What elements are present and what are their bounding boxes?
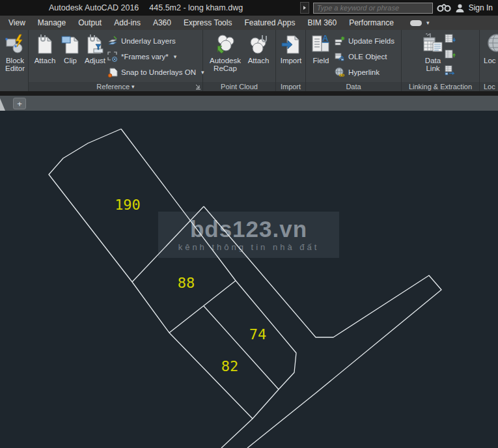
attach-button[interactable]: Attach [31, 32, 59, 64]
tab-manage[interactable]: Manage [38, 18, 66, 27]
tab-performance[interactable]: Performance [349, 18, 394, 27]
svg-text:A: A [322, 33, 329, 43]
ribbon-pill-icon [410, 20, 422, 26]
parcel-area-label[interactable]: 82 [221, 358, 239, 374]
extract-data-icon[interactable] [445, 34, 456, 44]
drawing-canvas[interactable]: bds123.vn kênh thông tin nhà đất 1908874… [0, 111, 498, 448]
point-cloud-attach-label: Attach [248, 57, 270, 64]
sign-in-button[interactable]: Sign In [469, 3, 493, 12]
import-panel-title[interactable]: Import [276, 82, 305, 91]
hyperlink-button[interactable]: Hyperlink [335, 66, 380, 77]
field-label: Field [313, 57, 329, 64]
adjust-label: Adjust [85, 57, 105, 64]
tab-bim-360[interactable]: BIM 360 [307, 18, 337, 27]
point-cloud-attach-button[interactable]: Attach [245, 32, 272, 64]
window-title: Autodesk AutoCAD 2016 445.5m2 - long kha… [49, 0, 243, 16]
block-editor-icon [4, 32, 26, 57]
app-name: Autodesk AutoCAD 2016 [49, 3, 139, 12]
title-bar: Autodesk AutoCAD 2016 445.5m2 - long kha… [0, 0, 498, 16]
update-extraction-icon[interactable] [445, 49, 456, 60]
ribbon-display-toggle[interactable] [410, 20, 430, 26]
parcel-area-label[interactable]: 88 [178, 275, 195, 291]
reference-panel-title[interactable]: Reference [29, 82, 202, 91]
frames-vary-button[interactable]: *Frames vary* [107, 51, 176, 62]
reference-panel-launcher[interactable] [195, 84, 201, 90]
data-link-label-2: Link [426, 64, 439, 72]
attach-page-icon [35, 32, 55, 57]
panel-data: A Field Update Fields OLE Object [306, 30, 402, 91]
frames-vary-label: *Frames vary* [121, 53, 169, 61]
panel-block-editor: Block Editor [0, 30, 29, 91]
parcel-boundary-left[interactable] [49, 129, 253, 419]
autodesk-recap-button[interactable]: Autodesk ReCap [207, 32, 243, 72]
hyperlink-label: Hyperlink [348, 68, 380, 76]
search-binoculars-icon[interactable] [437, 3, 451, 12]
recap-label-2: ReCap [214, 64, 237, 72]
document-name: 445.5m2 - long kham.dwg [149, 3, 243, 12]
new-drawing-tab-button[interactable]: + [13, 98, 26, 109]
underlay-layers-icon [107, 36, 118, 46]
adjust-button[interactable]: Adjust [82, 32, 108, 64]
ribbon-tab-row: View Manage Output Add-ins A360 Express … [0, 16, 498, 30]
field-button[interactable]: A Field [309, 32, 333, 64]
tab-output[interactable]: Output [78, 18, 102, 27]
data-link-label-1: Data [425, 57, 441, 64]
tab-view[interactable]: View [8, 18, 25, 27]
set-location-label: Loc [484, 57, 496, 64]
clip-button[interactable]: Clip [60, 32, 81, 64]
drawing-svg: 190887482 [0, 111, 498, 448]
panel-linking-extraction: Data Link Linking & Extraction [402, 30, 480, 91]
snap-underlays-icon [107, 67, 118, 77]
import-icon [281, 32, 301, 57]
data-link-button[interactable]: Data Link [417, 32, 449, 72]
update-fields-icon [335, 36, 345, 46]
file-tab-partial[interactable] [0, 98, 5, 111]
user-icon[interactable] [455, 3, 465, 13]
update-fields-button[interactable]: Update Fields [335, 35, 394, 46]
panel-location: Loc Loc [480, 30, 498, 91]
help-search-input[interactable] [313, 3, 433, 14]
ole-object-label: OLE Object [348, 53, 387, 61]
recap-cloud-icon [215, 32, 236, 57]
underlay-layers-button[interactable]: Underlay Layers [107, 35, 176, 46]
update-fields-label: Update Fields [348, 37, 394, 45]
ole-object-button[interactable]: OLE Object [335, 51, 387, 62]
frames-vary-icon [107, 51, 118, 62]
tab-express-tools[interactable]: Express Tools [184, 18, 232, 27]
import-label: Import [281, 57, 302, 64]
underlay-layers-label: Underlay Layers [121, 37, 176, 45]
data-panel-title[interactable]: Data [306, 82, 401, 91]
tab-a360[interactable]: A360 [153, 18, 171, 27]
field-icon: A [311, 32, 331, 57]
ribbon: Block Editor Attach Cl [0, 30, 498, 91]
data-link-icon [422, 32, 443, 57]
ole-object-icon [335, 51, 345, 62]
snap-to-underlays-button[interactable]: Snap to Underlays ON [107, 66, 204, 77]
linking-panel-title[interactable]: Linking & Extraction [402, 82, 479, 91]
panel-point-cloud: Autodesk ReCap Attach Point Cloud [203, 30, 276, 91]
panel-import: Import Import [276, 30, 306, 91]
globe-icon [484, 32, 498, 57]
hyperlink-icon [335, 67, 345, 77]
cloud-attach-icon [248, 32, 269, 57]
divider-190-88[interactable] [132, 206, 204, 282]
point-cloud-panel-title[interactable]: Point Cloud [203, 82, 275, 91]
parcel-area-label[interactable]: 190 [115, 197, 141, 213]
link-data-icon[interactable] [445, 65, 456, 76]
search-expand-button[interactable] [300, 2, 309, 14]
location-panel-title[interactable]: Loc [480, 82, 498, 91]
adjust-page-icon [85, 32, 105, 57]
clip-page-icon [61, 32, 80, 57]
block-editor-button[interactable]: Block Editor [1, 32, 29, 72]
parcel-area-label[interactable]: 74 [249, 326, 267, 343]
ribbon-bottom-strip [0, 91, 498, 96]
parcel-boundary-right[interactable] [121, 129, 296, 448]
import-button[interactable]: Import [278, 32, 304, 64]
block-editor-label-2: Editor [5, 64, 25, 72]
set-location-button[interactable]: Loc [484, 32, 498, 64]
chevron-right-icon [303, 6, 306, 10]
tab-add-ins[interactable]: Add-ins [114, 18, 141, 27]
recap-label-1: Autodesk [210, 57, 241, 64]
road-outline[interactable] [204, 206, 441, 448]
tab-featured-apps[interactable]: Featured Apps [244, 18, 295, 27]
